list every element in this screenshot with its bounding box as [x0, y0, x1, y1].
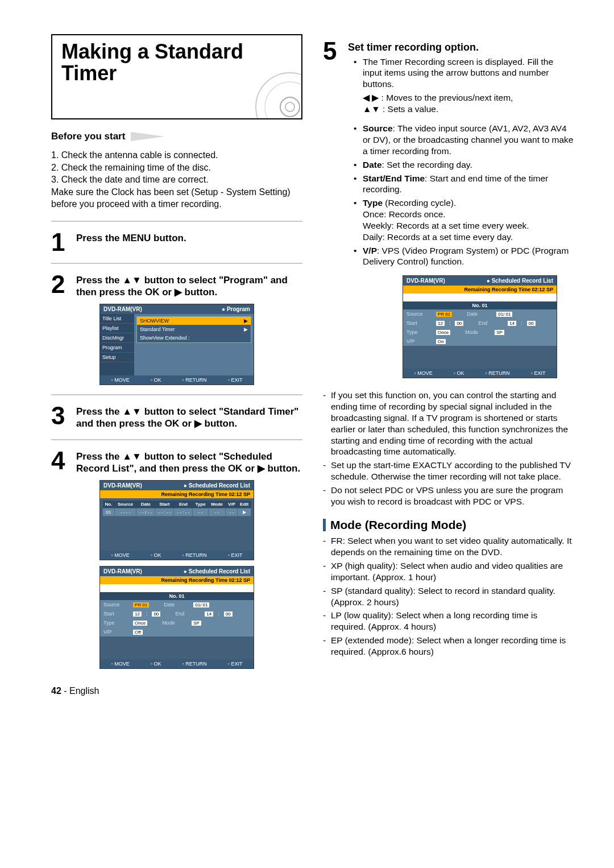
lab-type: Type	[406, 329, 432, 335]
scr-sidebar: Title List Playlist DiscMngr Program Set…	[100, 314, 134, 375]
step-num: 2	[51, 273, 70, 299]
footbar-move: MOVE	[414, 370, 433, 376]
footbar-return: RETURN	[182, 552, 207, 558]
step-text: Press the ▲▼ button to select "Scheduled…	[76, 449, 302, 475]
step-num: 5	[323, 40, 342, 270]
th-vp: V/P	[226, 501, 238, 509]
lab-end: End	[478, 320, 503, 326]
td: - - - -	[114, 509, 136, 516]
lab-date: Date	[467, 311, 492, 317]
sidebar-item: DiscMngr	[100, 333, 134, 343]
td: - -	[208, 509, 226, 516]
chip-source: PR 01	[436, 312, 452, 317]
dash-icon: -	[323, 635, 331, 658]
lab-vp: V/P	[103, 629, 128, 635]
footbar-return: RETURN	[182, 661, 207, 667]
footbar-ok: OK	[151, 552, 161, 558]
th-source: Source	[114, 501, 136, 509]
scr-title-left: DVD-RAM(VR)	[103, 306, 142, 312]
intro-l1: 1. Check the antenna cable is connected.	[51, 149, 302, 162]
lbl-startend: Start/End Time	[363, 173, 425, 183]
td: - - : - -	[155, 509, 174, 516]
chip-start-h: 12	[133, 611, 142, 617]
screenshot-program-menu: DVD-RAM(VR) ● Program Title List Playlis…	[99, 304, 254, 385]
mode-heading-text: Mode (Recording Mode)	[330, 518, 466, 532]
td: - -	[193, 509, 208, 516]
lbl-vp: V/P	[363, 246, 377, 255]
lab-type: Type	[103, 620, 128, 626]
separator	[51, 263, 302, 264]
sidebar-item: Program	[100, 343, 134, 353]
footbar-exit: EXIT	[531, 370, 546, 376]
footer-dash: -	[61, 686, 69, 696]
txt-date: : Set the recording day.	[382, 160, 472, 170]
lab-source: Source	[103, 602, 128, 607]
lab-mode: Mode	[465, 329, 490, 335]
scr-title-right: ● Scheduled Record List	[184, 482, 250, 489]
bullet-icon: •	[354, 56, 363, 90]
dash-icon: -	[323, 390, 331, 457]
sidebar-item: Playlist	[100, 324, 134, 333]
dash-icon: -	[323, 610, 331, 633]
step-num: 3	[51, 404, 70, 430]
footbar-return: RETURN	[486, 370, 510, 376]
td: ▶	[238, 509, 251, 516]
txt-type-daily: Daily: Records at a set time every day.	[363, 232, 513, 242]
scr-menu-panel: SHOWVIEW▶ Standard Timer▶ ShowView Exten…	[136, 316, 251, 343]
footbar-exit: EXIT	[228, 661, 243, 667]
footbar-ok: OK	[151, 661, 161, 667]
mode-sp: SP (standard quality): Select to record …	[331, 585, 574, 608]
separator	[51, 439, 302, 440]
chip-end-m: 00	[224, 611, 233, 617]
footer-lang: English	[69, 686, 99, 696]
screenshot-form-vp-on: DVD-RAM(VR) ● Scheduled Record List Rema…	[403, 275, 557, 378]
step-4: 4 Press the ▲▼ button to select "Schedul…	[51, 449, 302, 475]
mode-fr: FR: Select when you want to set video qu…	[331, 535, 574, 558]
bullet-icon: •	[354, 197, 363, 242]
scr-title-right: ● Scheduled Record List	[487, 278, 553, 284]
chip-end-m: 00	[527, 321, 536, 326]
chip-mode: SP	[495, 330, 504, 335]
bullet-icon: •	[354, 123, 363, 156]
lab-date: Date	[164, 602, 189, 607]
th-end: End	[174, 501, 193, 509]
dash-icon: -	[323, 535, 331, 558]
step-text: Press the ▲▼ button to select "Program" …	[76, 273, 302, 299]
menu-row: Standard Timer	[140, 326, 175, 332]
step5-heading: Set timer recording option.	[348, 40, 574, 54]
svg-point-2	[280, 97, 300, 117]
form-hdr: No. 01	[100, 592, 254, 600]
chevron-right-icon: ▶	[244, 318, 248, 324]
chip-type: Once	[133, 621, 147, 626]
mode-lp: LP (low quality): Select when a long rec…	[331, 610, 574, 633]
lab-vp: V/P	[406, 338, 432, 344]
arrow-tag-icon	[131, 132, 165, 141]
chip-source: PR 01	[133, 602, 149, 607]
chip-type: Once	[436, 330, 450, 335]
bullet-icon: •	[354, 173, 363, 196]
lbl-source: Source	[363, 123, 393, 133]
intro-l2: 2. Check the remaining time of the disc.	[51, 162, 302, 174]
intro-l4: Make sure the Clock has been set (Setup …	[51, 186, 302, 210]
form-hdr: No. 01	[403, 301, 557, 309]
separator	[51, 394, 302, 395]
menu-row: ShowView Extended :	[140, 335, 189, 341]
mode-ep: EP (extended mode): Select when a longer…	[331, 635, 574, 658]
scr-title-left: DVD-RAM(VR)	[103, 482, 142, 489]
chip-end-h: 14	[205, 611, 213, 617]
page-title-l1: Making a Standard	[61, 40, 243, 63]
step5-d1: If you set this function on, you can con…	[331, 390, 574, 457]
lab-start: Start	[103, 611, 128, 617]
page-number: 42	[51, 686, 61, 696]
chip-start-h: 12	[436, 321, 445, 326]
step-1: 1 Press the MENU button.	[51, 231, 302, 254]
mode-heading: Mode (Recording Mode)	[323, 518, 574, 532]
sidebar-item: Title List	[100, 314, 134, 324]
step-3: 3 Press the ▲▼ button to select "Standar…	[51, 404, 302, 430]
step5-arrows-lr: ◀ ▶ : Moves to the previous/next item,	[363, 92, 574, 104]
footbar-exit: EXIT	[228, 377, 243, 383]
dash-icon: -	[323, 460, 331, 482]
td: - - / - -	[136, 509, 155, 516]
page-footer: 42 - English	[51, 686, 574, 696]
intro-text: 1. Check the antenna cable is connected.…	[51, 149, 302, 210]
